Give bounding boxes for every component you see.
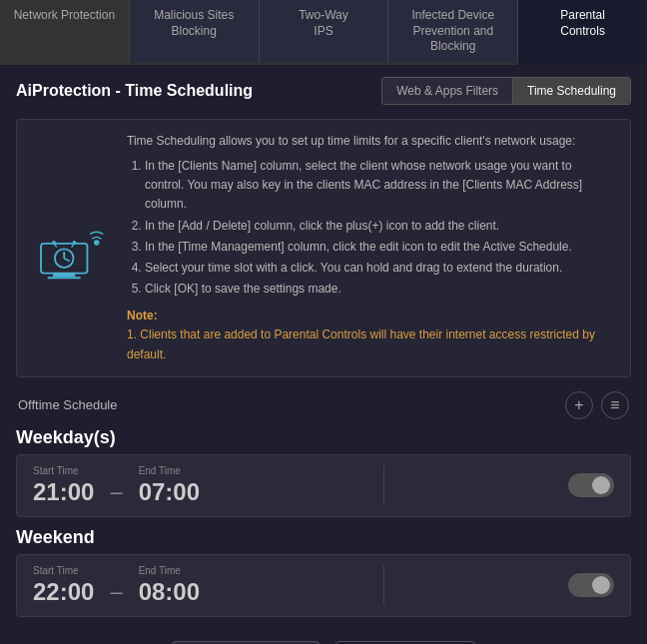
svg-point-9 <box>72 241 76 245</box>
tab-two-way-ips[interactable]: Two-WayIPS <box>260 0 389 63</box>
weekday-end-label: End Time <box>139 465 200 476</box>
weekday-start-entry: Start Time 21:00 <box>33 465 94 506</box>
svg-line-5 <box>64 259 70 262</box>
weekend-section: Weekend Start Time 22:00 – End Time 08:0… <box>16 527 631 617</box>
sub-tab-web-apps[interactable]: Web & Apps Filters <box>382 78 513 104</box>
weekend-end-label: End Time <box>139 565 200 576</box>
list-schedule-button[interactable]: ≡ <box>601 391 629 419</box>
weekend-start-entry: Start Time 22:00 <box>33 565 94 606</box>
info-step-1: In the [Clients Name] column, select the… <box>145 157 614 215</box>
tab-parental-controls[interactable]: ParentalControls <box>518 0 647 65</box>
weekday-toggle[interactable] <box>568 473 614 497</box>
tab-bar: Network Protection Malicious SitesBlocki… <box>0 0 647 65</box>
weekday-time-row: Start Time 21:00 – End Time 07:00 <box>16 454 631 517</box>
info-steps: In the [Clients Name] column, select the… <box>127 157 614 299</box>
clock-icon <box>36 216 111 281</box>
weekend-end-time: 08:00 <box>139 578 200 606</box>
svg-rect-2 <box>47 277 80 279</box>
weekday-end-entry: End Time 07:00 <box>139 465 200 506</box>
weekday-section: Weekday(s) Start Time 21:00 – End Time 0… <box>16 427 631 517</box>
note-section: Note: 1. Clients that are added to Paren… <box>127 307 614 364</box>
weekend-time-row: Start Time 22:00 – End Time 08:00 <box>16 554 631 617</box>
weekday-start-time: 21:00 <box>33 478 94 506</box>
time-dash-weekday: – <box>110 465 122 505</box>
schedule-label: Offtime Schedule <box>18 397 117 412</box>
weekday-end-time: 07:00 <box>139 478 200 506</box>
clock-illustration <box>33 132 113 364</box>
weekend-title: Weekend <box>16 527 631 548</box>
weekday-divider <box>383 465 384 505</box>
footer: Cancel Apply <box>16 627 631 644</box>
weekend-end-entry: End Time 08:00 <box>139 565 200 606</box>
info-step-4: Select your time slot with a click. You … <box>145 259 614 278</box>
main-content: AiProtection - Time Scheduling Web & App… <box>0 65 647 644</box>
weekend-toggle[interactable] <box>568 573 614 597</box>
add-schedule-button[interactable]: + <box>565 391 593 419</box>
page-header: AiProtection - Time Scheduling Web & App… <box>16 77 631 105</box>
info-step-5: Click [OK] to save the settings made. <box>145 280 614 299</box>
time-dash-weekend: – <box>110 565 122 605</box>
info-step-2: In the [Add / Delete] column, click the … <box>145 217 614 236</box>
sub-tab-bar: Web & Apps Filters Time Scheduling <box>381 77 631 105</box>
schedule-actions: + ≡ <box>565 391 629 419</box>
weekday-start-label: Start Time <box>33 465 94 476</box>
info-step-3: In the [Time Management] column, click t… <box>145 238 614 257</box>
tab-malicious-sites[interactable]: Malicious SitesBlocking <box>130 0 260 63</box>
info-section: Time Scheduling allows you to set up tim… <box>16 119 631 377</box>
schedule-header: Offtime Schedule + ≡ <box>16 391 631 419</box>
info-text: Time Scheduling allows you to set up tim… <box>127 132 614 364</box>
page-title: AiProtection - Time Scheduling <box>16 82 253 100</box>
weekday-title: Weekday(s) <box>16 427 631 448</box>
tab-infected-device[interactable]: Infected Device Prevention andBlocking <box>388 0 518 63</box>
weekend-divider <box>383 565 384 605</box>
weekend-time-block: Start Time 22:00 – End Time 08:00 <box>33 565 200 606</box>
svg-point-7 <box>52 241 56 245</box>
tab-network-protection[interactable]: Network Protection <box>0 0 130 63</box>
svg-rect-1 <box>53 273 75 277</box>
weekday-time-block: Start Time 21:00 – End Time 07:00 <box>33 465 200 506</box>
weekend-start-time: 22:00 <box>33 578 94 606</box>
weekend-start-label: Start Time <box>33 565 94 576</box>
svg-point-10 <box>93 240 99 246</box>
sub-tab-time-scheduling[interactable]: Time Scheduling <box>513 78 630 104</box>
